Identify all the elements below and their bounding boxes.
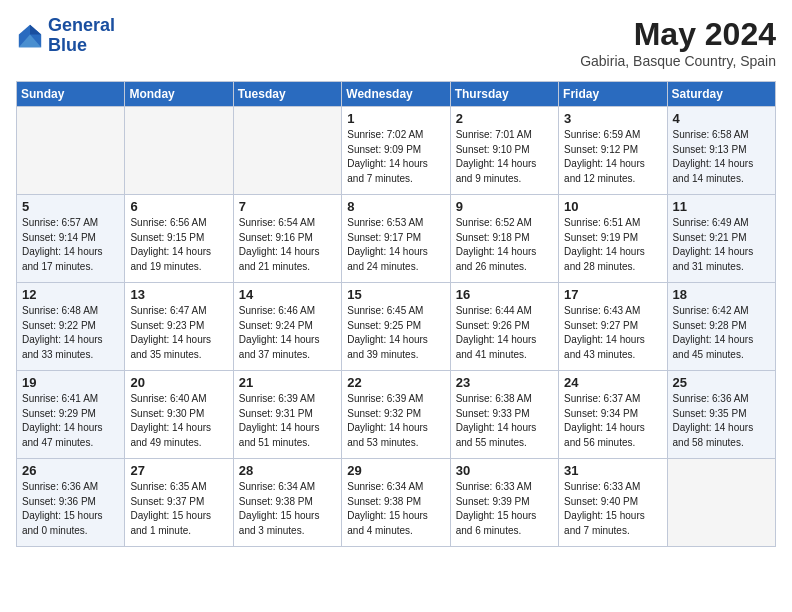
calendar-day-28: 28Sunrise: 6:34 AM Sunset: 9:38 PM Dayli…: [233, 459, 341, 547]
calendar-day-6: 6Sunrise: 6:56 AM Sunset: 9:15 PM Daylig…: [125, 195, 233, 283]
day-info: Sunrise: 6:46 AM Sunset: 9:24 PM Dayligh…: [239, 304, 336, 362]
calendar-day-12: 12Sunrise: 6:48 AM Sunset: 9:22 PM Dayli…: [17, 283, 125, 371]
day-info: Sunrise: 6:44 AM Sunset: 9:26 PM Dayligh…: [456, 304, 553, 362]
calendar-day-4: 4Sunrise: 6:58 AM Sunset: 9:13 PM Daylig…: [667, 107, 775, 195]
day-number: 27: [130, 463, 227, 478]
day-number: 4: [673, 111, 770, 126]
day-info: Sunrise: 6:37 AM Sunset: 9:34 PM Dayligh…: [564, 392, 661, 450]
day-number: 7: [239, 199, 336, 214]
day-info: Sunrise: 6:53 AM Sunset: 9:17 PM Dayligh…: [347, 216, 444, 274]
calendar-day-21: 21Sunrise: 6:39 AM Sunset: 9:31 PM Dayli…: [233, 371, 341, 459]
day-info: Sunrise: 6:58 AM Sunset: 9:13 PM Dayligh…: [673, 128, 770, 186]
day-info: Sunrise: 6:42 AM Sunset: 9:28 PM Dayligh…: [673, 304, 770, 362]
day-number: 29: [347, 463, 444, 478]
day-number: 14: [239, 287, 336, 302]
calendar-day-7: 7Sunrise: 6:54 AM Sunset: 9:16 PM Daylig…: [233, 195, 341, 283]
day-info: Sunrise: 6:56 AM Sunset: 9:15 PM Dayligh…: [130, 216, 227, 274]
calendar-empty: [17, 107, 125, 195]
calendar-day-29: 29Sunrise: 6:34 AM Sunset: 9:38 PM Dayli…: [342, 459, 450, 547]
calendar-day-20: 20Sunrise: 6:40 AM Sunset: 9:30 PM Dayli…: [125, 371, 233, 459]
calendar-day-2: 2Sunrise: 7:01 AM Sunset: 9:10 PM Daylig…: [450, 107, 558, 195]
day-number: 24: [564, 375, 661, 390]
logo-line2: Blue: [48, 36, 115, 56]
day-number: 17: [564, 287, 661, 302]
day-info: Sunrise: 6:57 AM Sunset: 9:14 PM Dayligh…: [22, 216, 119, 274]
day-info: Sunrise: 6:39 AM Sunset: 9:31 PM Dayligh…: [239, 392, 336, 450]
day-number: 20: [130, 375, 227, 390]
month-title: May 2024: [580, 16, 776, 53]
calendar-day-27: 27Sunrise: 6:35 AM Sunset: 9:37 PM Dayli…: [125, 459, 233, 547]
day-number: 11: [673, 199, 770, 214]
calendar-day-10: 10Sunrise: 6:51 AM Sunset: 9:19 PM Dayli…: [559, 195, 667, 283]
day-number: 3: [564, 111, 661, 126]
day-info: Sunrise: 7:02 AM Sunset: 9:09 PM Dayligh…: [347, 128, 444, 186]
day-info: Sunrise: 6:43 AM Sunset: 9:27 PM Dayligh…: [564, 304, 661, 362]
day-info: Sunrise: 6:36 AM Sunset: 9:36 PM Dayligh…: [22, 480, 119, 538]
day-number: 28: [239, 463, 336, 478]
calendar-table: SundayMondayTuesdayWednesdayThursdayFrid…: [16, 81, 776, 547]
calendar-day-19: 19Sunrise: 6:41 AM Sunset: 9:29 PM Dayli…: [17, 371, 125, 459]
day-number: 5: [22, 199, 119, 214]
day-number: 16: [456, 287, 553, 302]
day-number: 31: [564, 463, 661, 478]
calendar-day-11: 11Sunrise: 6:49 AM Sunset: 9:21 PM Dayli…: [667, 195, 775, 283]
day-info: Sunrise: 6:59 AM Sunset: 9:12 PM Dayligh…: [564, 128, 661, 186]
calendar-week-2: 5Sunrise: 6:57 AM Sunset: 9:14 PM Daylig…: [17, 195, 776, 283]
calendar-day-31: 31Sunrise: 6:33 AM Sunset: 9:40 PM Dayli…: [559, 459, 667, 547]
logo: General Blue: [16, 16, 115, 56]
calendar-empty: [233, 107, 341, 195]
calendar-day-14: 14Sunrise: 6:46 AM Sunset: 9:24 PM Dayli…: [233, 283, 341, 371]
day-number: 19: [22, 375, 119, 390]
calendar-day-30: 30Sunrise: 6:33 AM Sunset: 9:39 PM Dayli…: [450, 459, 558, 547]
day-number: 30: [456, 463, 553, 478]
day-info: Sunrise: 7:01 AM Sunset: 9:10 PM Dayligh…: [456, 128, 553, 186]
day-info: Sunrise: 6:38 AM Sunset: 9:33 PM Dayligh…: [456, 392, 553, 450]
day-number: 26: [22, 463, 119, 478]
calendar-day-24: 24Sunrise: 6:37 AM Sunset: 9:34 PM Dayli…: [559, 371, 667, 459]
day-number: 9: [456, 199, 553, 214]
weekday-wednesday: Wednesday: [342, 82, 450, 107]
location-subtitle: Gabiria, Basque Country, Spain: [580, 53, 776, 69]
day-info: Sunrise: 6:39 AM Sunset: 9:32 PM Dayligh…: [347, 392, 444, 450]
day-number: 10: [564, 199, 661, 214]
calendar-day-13: 13Sunrise: 6:47 AM Sunset: 9:23 PM Dayli…: [125, 283, 233, 371]
day-number: 2: [456, 111, 553, 126]
calendar-day-15: 15Sunrise: 6:45 AM Sunset: 9:25 PM Dayli…: [342, 283, 450, 371]
weekday-sunday: Sunday: [17, 82, 125, 107]
day-info: Sunrise: 6:33 AM Sunset: 9:40 PM Dayligh…: [564, 480, 661, 538]
calendar-day-1: 1Sunrise: 7:02 AM Sunset: 9:09 PM Daylig…: [342, 107, 450, 195]
calendar-day-17: 17Sunrise: 6:43 AM Sunset: 9:27 PM Dayli…: [559, 283, 667, 371]
svg-marker-1: [30, 25, 41, 35]
day-number: 13: [130, 287, 227, 302]
calendar-day-23: 23Sunrise: 6:38 AM Sunset: 9:33 PM Dayli…: [450, 371, 558, 459]
day-info: Sunrise: 6:36 AM Sunset: 9:35 PM Dayligh…: [673, 392, 770, 450]
day-info: Sunrise: 6:34 AM Sunset: 9:38 PM Dayligh…: [347, 480, 444, 538]
day-number: 8: [347, 199, 444, 214]
logo-text: General Blue: [48, 16, 115, 56]
day-number: 15: [347, 287, 444, 302]
day-info: Sunrise: 6:47 AM Sunset: 9:23 PM Dayligh…: [130, 304, 227, 362]
day-info: Sunrise: 6:52 AM Sunset: 9:18 PM Dayligh…: [456, 216, 553, 274]
day-info: Sunrise: 6:48 AM Sunset: 9:22 PM Dayligh…: [22, 304, 119, 362]
day-number: 6: [130, 199, 227, 214]
calendar-week-4: 19Sunrise: 6:41 AM Sunset: 9:29 PM Dayli…: [17, 371, 776, 459]
logo-line1: General: [48, 16, 115, 36]
title-block: May 2024 Gabiria, Basque Country, Spain: [580, 16, 776, 69]
calendar-week-1: 1Sunrise: 7:02 AM Sunset: 9:09 PM Daylig…: [17, 107, 776, 195]
weekday-thursday: Thursday: [450, 82, 558, 107]
day-number: 21: [239, 375, 336, 390]
calendar-day-16: 16Sunrise: 6:44 AM Sunset: 9:26 PM Dayli…: [450, 283, 558, 371]
calendar-day-22: 22Sunrise: 6:39 AM Sunset: 9:32 PM Dayli…: [342, 371, 450, 459]
calendar-day-18: 18Sunrise: 6:42 AM Sunset: 9:28 PM Dayli…: [667, 283, 775, 371]
day-info: Sunrise: 6:49 AM Sunset: 9:21 PM Dayligh…: [673, 216, 770, 274]
calendar-body: 1Sunrise: 7:02 AM Sunset: 9:09 PM Daylig…: [17, 107, 776, 547]
day-number: 23: [456, 375, 553, 390]
weekday-friday: Friday: [559, 82, 667, 107]
calendar-week-3: 12Sunrise: 6:48 AM Sunset: 9:22 PM Dayli…: [17, 283, 776, 371]
calendar-day-26: 26Sunrise: 6:36 AM Sunset: 9:36 PM Dayli…: [17, 459, 125, 547]
day-info: Sunrise: 6:54 AM Sunset: 9:16 PM Dayligh…: [239, 216, 336, 274]
day-info: Sunrise: 6:40 AM Sunset: 9:30 PM Dayligh…: [130, 392, 227, 450]
calendar-empty: [667, 459, 775, 547]
weekday-header-row: SundayMondayTuesdayWednesdayThursdayFrid…: [17, 82, 776, 107]
day-info: Sunrise: 6:35 AM Sunset: 9:37 PM Dayligh…: [130, 480, 227, 538]
